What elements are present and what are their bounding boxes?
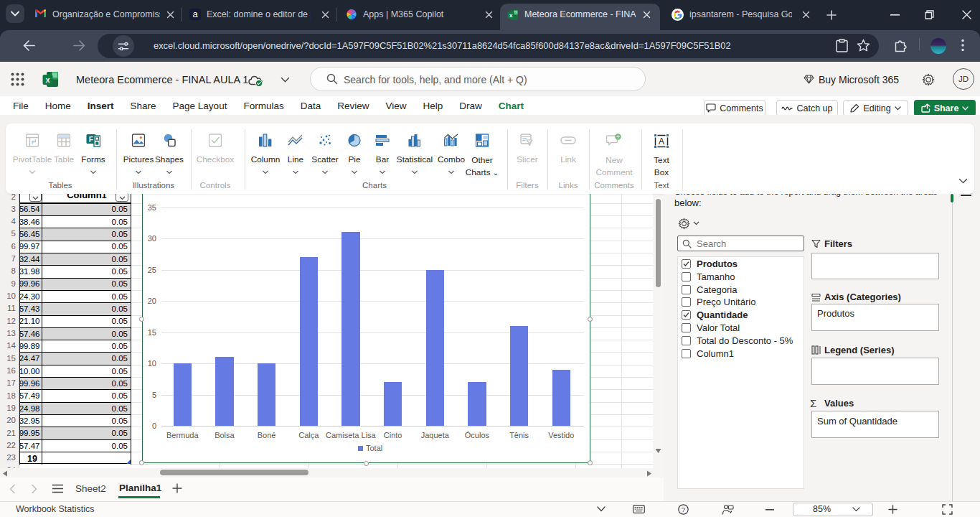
svg-text:A: A [659, 136, 664, 146]
svg-text:x: x [45, 75, 50, 84]
svg-text:x: x [509, 12, 513, 19]
svg-text:?: ? [682, 506, 685, 513]
svg-text:F: F [89, 135, 94, 144]
